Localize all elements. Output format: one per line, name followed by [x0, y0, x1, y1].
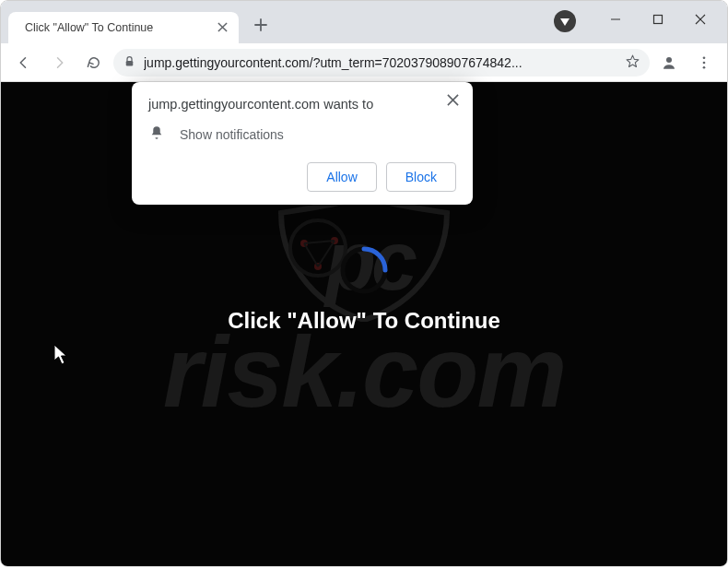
lock-icon [123, 54, 136, 71]
new-tab-button[interactable] [248, 12, 274, 38]
notification-permission-dialog: jump.gettingyourcontent.com wants to Sho… [132, 82, 473, 205]
svg-point-10 [314, 263, 322, 270]
svg-point-5 [703, 65, 706, 68]
tab-close-button[interactable] [216, 19, 229, 36]
titlebar: Click "Allow" To Continue [1, 1, 727, 43]
url-text: jump.gettingyourcontent.com/?utm_term=70… [144, 55, 617, 70]
svg-point-3 [703, 56, 706, 59]
dialog-title: jump.gettingyourcontent.com wants to [148, 97, 456, 112]
extension-badge-icon[interactable] [554, 10, 576, 32]
window-controls [594, 1, 722, 38]
svg-point-2 [666, 57, 672, 63]
profile-icon[interactable] [653, 47, 685, 78]
tab-active[interactable]: Click "Allow" To Continue [8, 12, 239, 43]
bookmark-star-icon[interactable] [625, 53, 640, 72]
dialog-close-button[interactable] [441, 91, 464, 113]
allow-button[interactable]: Allow [307, 162, 376, 192]
kebab-menu-icon[interactable] [688, 47, 720, 78]
address-bar[interactable]: jump.gettingyourcontent.com/?utm_term=70… [113, 49, 650, 77]
block-button[interactable]: Block [386, 162, 456, 192]
close-window-button[interactable] [679, 1, 722, 38]
dialog-capability-label: Show notifications [180, 127, 284, 142]
toolbar: jump.gettingyourcontent.com/?utm_term=70… [1, 43, 727, 82]
reload-button[interactable] [78, 47, 110, 78]
svg-rect-1 [126, 60, 134, 65]
loading-spinner-icon [337, 243, 391, 297]
svg-point-4 [703, 61, 706, 64]
bell-icon [148, 124, 165, 144]
dialog-capability-row: Show notifications [148, 124, 456, 144]
forward-button[interactable] [43, 47, 75, 78]
svg-point-9 [300, 240, 308, 247]
cursor-icon [53, 344, 70, 366]
minimize-button[interactable] [594, 1, 637, 38]
hero-text: Click "Allow" To Continue [1, 308, 727, 334]
dialog-actions: Allow Block [148, 162, 456, 192]
tab-title: Click "Allow" To Continue [25, 21, 208, 34]
browser-window: Click "Allow" To Continue [0, 0, 728, 567]
svg-rect-0 [654, 16, 663, 24]
maximize-button[interactable] [637, 1, 679, 38]
back-button[interactable] [8, 47, 40, 78]
